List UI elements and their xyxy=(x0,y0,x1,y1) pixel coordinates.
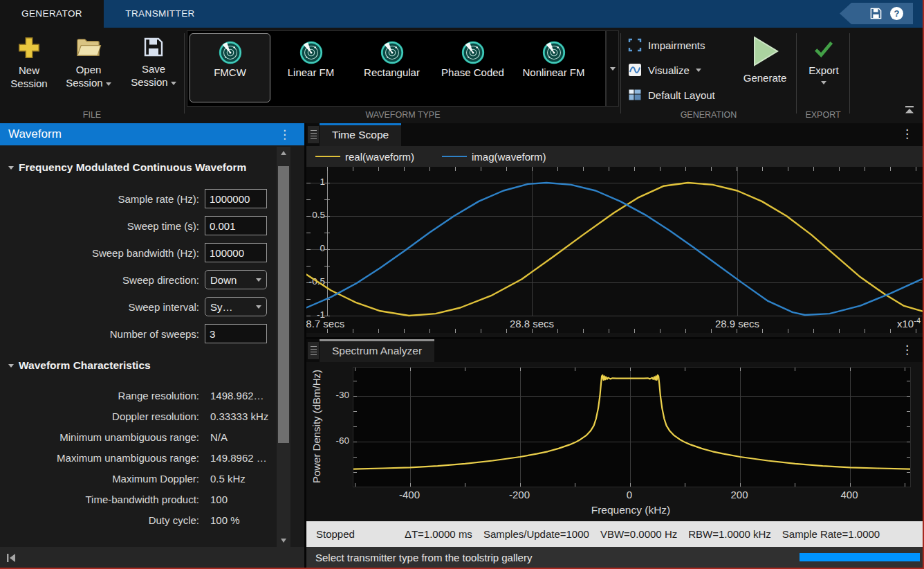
sweep-interval-select[interactable]: Sy… xyxy=(205,297,267,316)
x-tick-label: -400 xyxy=(389,489,430,500)
spectrum-plot[interactable] xyxy=(353,367,911,487)
collapse-triangle-icon xyxy=(8,364,14,368)
chevron-down-icon xyxy=(256,305,261,309)
generate-button[interactable]: Generate xyxy=(734,33,795,84)
sweep-direction-select[interactable]: Down xyxy=(205,270,267,289)
gallery-item-fmcw[interactable]: FMCW xyxy=(190,33,270,102)
section-divider xyxy=(849,33,850,114)
export-check-icon xyxy=(812,37,835,61)
impairments-button[interactable]: Impairments xyxy=(628,36,705,54)
x-tick-label: -200 xyxy=(499,489,540,500)
gallery-item-rectangular[interactable]: Rectangular xyxy=(351,33,432,102)
default-layout-button[interactable]: Default Layout xyxy=(628,86,715,104)
number-of-sweeps-label: Number of sweeps: xyxy=(0,328,205,340)
tab-transmitter[interactable]: TRANSMITTER xyxy=(104,0,216,28)
tab-generator[interactable]: GENERATOR xyxy=(0,0,104,28)
open-session-label: Open xyxy=(76,64,102,75)
status-delta-t: ΔT=1.0000 ms xyxy=(405,528,472,540)
section-header-characteristics[interactable]: Waveform Characteristics xyxy=(8,359,274,372)
time-scope-plot[interactable]: 1 0.5 0 -0.5 -1 28.7 secs 28.8 secs 28.9… xyxy=(306,167,924,333)
status-sample-rate: Sample Rate=1.0000 xyxy=(782,528,880,540)
waveform-panel-header: Waveform ⋮ xyxy=(0,123,304,145)
section-header-fmcw[interactable]: Frequency Modulated Continuous Waveform xyxy=(8,161,274,174)
chevron-down-icon xyxy=(821,81,826,84)
new-session-button[interactable]: New Session xyxy=(4,36,54,90)
characteristic-row: Minimum unambiguous range:N/A xyxy=(0,426,275,447)
characteristic-row: Maximum Doppler:0.5 kHz xyxy=(0,468,275,489)
sweep-bandwidth-input[interactable] xyxy=(205,243,267,262)
visualize-icon xyxy=(628,63,642,77)
chevron-down-icon xyxy=(610,67,616,71)
characteristic-row: Doppler resolution:0.33333 kHz xyxy=(0,406,275,426)
spectrum-analyzer-panel: Spectrum Analyzer ⋮ Power Density (dBm/H… xyxy=(306,339,924,547)
save-icon[interactable] xyxy=(869,7,883,20)
file-section-label: FILE xyxy=(0,110,184,120)
legend-item-imag[interactable]: imag(waveform) xyxy=(442,151,546,163)
characteristic-row: Duty cycle:100 % xyxy=(0,509,275,530)
impairments-icon xyxy=(628,38,642,52)
time-scope-panel: Time Scope ⋮ real(waveform) imag(wavefor… xyxy=(306,123,924,337)
drag-grip-icon[interactable] xyxy=(308,126,319,143)
status-message: Select transmitter type from the toolstr… xyxy=(315,552,532,563)
arrow-down-icon xyxy=(281,539,286,543)
tab-spectrum-analyzer[interactable]: Spectrum Analyzer xyxy=(320,339,434,362)
generate-label: Generate xyxy=(743,72,787,84)
panel-menu-icon[interactable]: ⋮ xyxy=(279,129,290,141)
doppler-resolution-value: 0.33333 kHz xyxy=(205,410,268,422)
panel-menu-icon[interactable]: ⋮ xyxy=(901,344,913,356)
visualize-button[interactable]: Visualize xyxy=(628,61,701,79)
legend-item-real[interactable]: real(waveform) xyxy=(315,151,414,163)
gallery-item-phase-coded[interactable]: Phase Coded xyxy=(432,33,513,102)
field-row: Sweep direction: Down xyxy=(0,269,275,290)
field-row: Sweep bandwidth (Hz): xyxy=(0,242,275,263)
scroll-up-button[interactable] xyxy=(277,147,290,159)
fmcw-parameter-form: Sample rate (Hz): Sweep time (s): Sweep … xyxy=(0,188,275,350)
y-axis-title: Power Density (dBm/Hz) xyxy=(306,367,326,486)
sweep-interval-label: Sweep interval: xyxy=(0,301,205,313)
field-row: Sweep interval: Sy… xyxy=(0,296,275,317)
y-tick-label: -60 xyxy=(322,435,349,446)
default-layout-icon xyxy=(628,88,642,102)
waveform-type-gallery: FMCW Linear FM Rectangular Phase Coded N… xyxy=(187,30,606,107)
collapse-ribbon-icon[interactable] xyxy=(903,105,916,115)
export-button[interactable]: Export xyxy=(801,37,847,84)
open-session-button[interactable]: Open Session xyxy=(57,36,120,89)
section-divider xyxy=(796,33,797,114)
time-scope-curves xyxy=(306,167,924,333)
new-session-icon xyxy=(17,36,41,60)
radar-icon xyxy=(298,39,324,66)
save-session-icon xyxy=(142,36,165,58)
sweep-time-label: Sweep time (s): xyxy=(0,220,205,232)
sample-rate-input[interactable] xyxy=(205,189,267,208)
scrollbar-thumb[interactable] xyxy=(278,166,289,443)
toolstrip: New Session Open Session Save Session FI… xyxy=(0,28,924,123)
time-bandwidth-product-value: 100 xyxy=(205,494,228,505)
collapse-panel-icon[interactable] xyxy=(6,552,18,564)
tab-time-scope[interactable]: Time Scope xyxy=(320,123,401,146)
characteristic-row: Maximum unambiguous range:149.8962 … xyxy=(0,447,275,468)
generate-play-icon xyxy=(747,33,783,69)
chevron-down-icon xyxy=(171,82,176,85)
save-session-button[interactable]: Save Session xyxy=(123,36,184,89)
spectrum-curve xyxy=(353,368,910,487)
chevron-down-icon xyxy=(106,82,111,86)
scroll-down-button[interactable] xyxy=(277,534,290,547)
duty-cycle-value: 100 % xyxy=(205,514,240,526)
help-icon[interactable]: ? xyxy=(890,7,903,20)
drag-grip-icon[interactable] xyxy=(308,342,319,359)
radar-icon xyxy=(379,39,405,66)
status-vbw: VBW=0.0000 Hz xyxy=(600,528,677,540)
gallery-item-linear-fm[interactable]: Linear FM xyxy=(270,33,351,102)
time-scope-tabbar: Time Scope ⋮ xyxy=(306,123,924,146)
panel-scrollbar[interactable] xyxy=(277,147,290,547)
save-session-label: Save xyxy=(142,63,165,75)
characteristic-row: Range resolution:1498.962… xyxy=(0,385,275,406)
max-doppler-value: 0.5 kHz xyxy=(205,473,246,485)
number-of-sweeps-input[interactable] xyxy=(205,324,267,343)
panel-menu-icon[interactable]: ⋮ xyxy=(901,128,913,140)
gallery-dropdown-button[interactable] xyxy=(606,30,619,107)
min-unambiguous-range-value: N/A xyxy=(205,431,228,443)
gallery-item-nonlinear-fm[interactable]: Nonlinear FM xyxy=(513,33,594,102)
export-label: Export xyxy=(808,64,838,76)
sweep-time-input[interactable] xyxy=(205,216,267,235)
